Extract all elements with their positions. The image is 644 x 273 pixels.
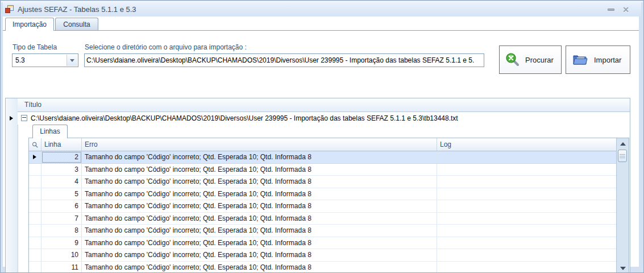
cell-erro[interactable]: Tamanho do campo 'Código' incorreto; Qtd… <box>82 213 437 225</box>
cell-erro[interactable]: Tamanho do campo 'Código' incorreto; Qtd… <box>82 188 437 200</box>
master-row-indicator-column <box>6 98 18 273</box>
cell-log[interactable] <box>437 237 617 249</box>
tab-linhas[interactable]: Linhas <box>32 125 68 138</box>
cell-log[interactable] <box>437 213 617 225</box>
row-indicator-cell <box>29 188 41 200</box>
importar-button[interactable]: Importar <box>566 46 630 74</box>
tipo-de-tabela-label: Tipo de Tabela <box>13 43 57 51</box>
detail-row[interactable]: 9Tamanho do campo 'Código' incorreto; Qt… <box>29 237 617 250</box>
cell-log[interactable] <box>437 262 617 273</box>
row-indicator-cell <box>29 200 41 212</box>
row-indicator-cell <box>29 213 41 225</box>
master-grid: Título C:\Users\daiane.oliveira\Desktop\… <box>5 98 630 273</box>
detail-row[interactable]: 4Tamanho do campo 'Código' incorreto; Qt… <box>29 176 617 188</box>
cell-erro[interactable]: Tamanho do campo 'Código' incorreto; Qtd… <box>82 200 437 212</box>
app-window: Ajustes SEFAZ - Tabelas 5.1.1 e 5.3 ✕ Im… <box>0 0 644 273</box>
column-header-erro[interactable]: Erro <box>82 138 437 151</box>
column-search-button[interactable] <box>29 138 41 151</box>
cell-erro[interactable]: Tamanho do campo 'Código' incorreto; Qtd… <box>82 151 437 163</box>
scroll-down-button[interactable] <box>617 263 628 273</box>
tab-consulta[interactable]: Consulta <box>55 18 98 30</box>
cell-linha[interactable]: 9 <box>41 237 82 249</box>
row-indicator-cell <box>29 225 41 237</box>
cell-erro[interactable]: Tamanho do campo 'Código' incorreto; Qtd… <box>82 249 437 261</box>
cell-linha[interactable]: 8 <box>41 225 82 237</box>
combobox-value: 5.3 <box>15 54 25 67</box>
detail-rows: 2Tamanho do campo 'Código' incorreto; Qt… <box>29 151 617 273</box>
detail-row[interactable]: 2Tamanho do campo 'Código' incorreto; Qt… <box>29 151 617 164</box>
cell-erro[interactable]: Tamanho do campo 'Código' incorreto; Qtd… <box>82 262 437 273</box>
diretorio-input[interactable] <box>84 53 484 67</box>
tabpage-importacao: Tipo de Tabela Selecione o diretório com… <box>3 30 639 267</box>
titlebar: Ajustes SEFAZ - Tabelas 5.1.1 e 5.3 ✕ <box>3 2 641 16</box>
cell-erro[interactable]: Tamanho do campo 'Código' incorreto; Qtd… <box>82 164 437 176</box>
detail-grid: Linha Erro Log 2Tamanho do campo 'Código… <box>28 138 629 273</box>
detail-row[interactable]: 10Tamanho do campo 'Código' incorreto; Q… <box>29 249 617 262</box>
cell-linha[interactable]: 4 <box>41 176 82 188</box>
column-header-log[interactable]: Log <box>437 138 617 151</box>
detail-row[interactable]: 6Tamanho do campo 'Código' incorreto; Qt… <box>29 200 617 213</box>
cell-linha[interactable]: 5 <box>41 188 82 200</box>
cell-linha[interactable]: 2 <box>41 151 82 163</box>
row-indicator-cell <box>29 262 41 273</box>
detail-row[interactable]: 3Tamanho do campo 'Código' incorreto; Qt… <box>29 164 617 176</box>
vertical-scrollbar[interactable] <box>616 138 629 273</box>
master-row[interactable]: C:\Users\daiane.oliveira\Desktop\BACKUP\… <box>18 112 630 125</box>
cell-linha[interactable]: 6 <box>41 200 82 212</box>
chevron-down-icon <box>70 59 74 62</box>
column-header-linha[interactable]: Linha <box>41 138 82 151</box>
procurar-label: Procurar <box>525 56 554 64</box>
scrollbar-thumb[interactable] <box>618 150 627 162</box>
arrow-down-icon <box>620 267 626 270</box>
scroll-up-button[interactable] <box>617 139 628 148</box>
cell-linha[interactable]: 11 <box>41 262 82 273</box>
cell-erro[interactable]: Tamanho do campo 'Código' incorreto; Qtd… <box>82 176 437 188</box>
tabstrip: Importação Consulta <box>3 18 639 31</box>
search-icon <box>505 52 520 67</box>
cell-log[interactable] <box>437 200 617 212</box>
current-row-arrow-icon <box>33 155 36 159</box>
scrollbar-grip-icon <box>620 154 625 158</box>
import-folder-icon <box>572 52 589 67</box>
titulo-column-header[interactable]: Título <box>18 98 630 112</box>
app-form-icon <box>5 5 14 14</box>
minimize-button[interactable] <box>604 5 618 15</box>
cell-log[interactable] <box>437 164 617 176</box>
cell-erro[interactable]: Tamanho do campo 'Código' incorreto; Qtd… <box>82 225 437 237</box>
cell-linha[interactable]: 3 <box>41 164 82 176</box>
row-indicator-cell <box>29 151 41 163</box>
client-area: Importação Consulta Tipo de Tabela Selec… <box>3 16 639 267</box>
detail-grid-header: Linha Erro Log <box>29 138 617 151</box>
detail-row[interactable]: 8Tamanho do campo 'Código' incorreto; Qt… <box>29 225 617 237</box>
cell-log[interactable] <box>437 176 617 188</box>
procurar-button[interactable]: Procurar <box>499 46 562 74</box>
search-icon <box>32 142 38 148</box>
cell-log[interactable] <box>437 188 617 200</box>
minimize-icon <box>608 9 614 11</box>
cell-erro[interactable]: Tamanho do campo 'Código' incorreto; Qtd… <box>82 237 437 249</box>
diretorio-label: Selecione o diretório com o arquivo para… <box>85 43 247 51</box>
window-title: Ajustes SEFAZ - Tabelas 5.1.1 e 5.3 <box>18 5 604 14</box>
tipo-de-tabela-combobox[interactable]: 5.3 <box>12 53 78 67</box>
close-button[interactable]: ✕ <box>618 5 633 15</box>
close-icon: ✕ <box>622 6 629 14</box>
tab-importacao[interactable]: Importação <box>5 18 54 31</box>
row-indicator-cell <box>29 176 41 188</box>
cell-log[interactable] <box>437 249 617 261</box>
cell-log[interactable] <box>437 225 617 237</box>
detail-row[interactable]: 5Tamanho do campo 'Código' incorreto; Qt… <box>29 188 617 201</box>
cell-log[interactable] <box>437 151 617 163</box>
detail-section: Linhas Linha Erro Log <box>28 125 629 273</box>
detail-row[interactable]: 7Tamanho do campo 'Código' incorreto; Qt… <box>29 213 617 225</box>
master-row-path: C:\Users\daiane.oliveira\Desktop\BACKUP\… <box>31 112 458 125</box>
arrow-up-icon <box>620 142 626 146</box>
cell-linha[interactable]: 7 <box>41 213 82 225</box>
current-row-arrow-icon <box>10 116 13 121</box>
cell-linha[interactable]: 10 <box>41 249 82 261</box>
row-indicator-cell <box>29 237 41 249</box>
row-indicator-cell <box>29 249 41 261</box>
importar-label: Importar <box>594 56 621 64</box>
detail-row[interactable]: 11Tamanho do campo 'Código' incorreto; Q… <box>29 262 617 273</box>
collapse-minus-icon[interactable] <box>21 115 27 121</box>
combobox-dropdown-button[interactable] <box>67 55 77 66</box>
